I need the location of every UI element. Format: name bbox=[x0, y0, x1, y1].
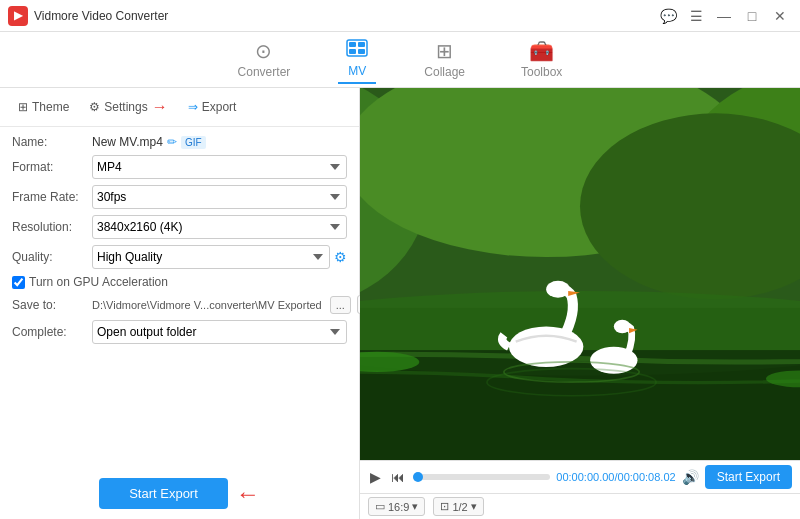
maximize-button[interactable]: □ bbox=[740, 4, 764, 28]
volume-icon[interactable]: 🔊 bbox=[682, 469, 699, 485]
start-export-button-left[interactable]: Start Export bbox=[99, 478, 228, 509]
format-value: MP4MOVAVIMKV bbox=[92, 155, 347, 179]
title-bar-left: ▶ Vidmore Video Converter bbox=[8, 6, 168, 26]
save-path: D:\Vidmore\Vidmore V...converter\MV Expo… bbox=[92, 299, 322, 311]
svg-point-13 bbox=[509, 326, 583, 367]
theme-icon: ⊞ bbox=[18, 100, 28, 114]
aspect-caret-icon: ▾ bbox=[412, 500, 418, 513]
time-display: 00:00:00.00/00:00:08.02 bbox=[556, 471, 675, 483]
sub-toolbar: ⊞ Theme ⚙ Settings → ⇒ Export bbox=[0, 88, 359, 127]
left-panel: ⊞ Theme ⚙ Settings → ⇒ Export Name: New … bbox=[0, 88, 360, 519]
play-button[interactable]: ▶ bbox=[368, 467, 383, 487]
play-icon: ▶ bbox=[370, 469, 381, 485]
theme-button[interactable]: ⊞ Theme bbox=[10, 96, 77, 118]
progress-dot bbox=[413, 472, 423, 482]
format-select[interactable]: MP4MOVAVIMKV bbox=[92, 155, 347, 179]
gpu-row: Turn on GPU Acceleration bbox=[12, 275, 347, 289]
right-panel: ▶ ⏮ 00:00:00.00/00:00:08.02 🔊 Start Expo… bbox=[360, 88, 800, 519]
browse-path-button[interactable]: ... bbox=[330, 296, 351, 314]
nav-tabs: ⊙ Converter MV ⊞ Collage 🧰 Toolbox bbox=[0, 32, 800, 88]
name-edit-icon[interactable]: ✏ bbox=[167, 135, 177, 149]
settings-arrow-icon: → bbox=[152, 98, 168, 116]
framerate-select[interactable]: 24fps25fps30fps60fps bbox=[92, 185, 347, 209]
prev-button[interactable]: ⏮ bbox=[389, 467, 407, 487]
svg-point-14 bbox=[546, 281, 570, 298]
chat-button[interactable]: 💬 bbox=[656, 4, 680, 28]
aspect-ratio-button[interactable]: ▭ 16:9 ▾ bbox=[368, 497, 425, 516]
svg-rect-12 bbox=[360, 350, 800, 460]
export-arrow-icon: ← bbox=[236, 480, 260, 508]
settings-button[interactable]: ⚙ Settings → bbox=[81, 94, 175, 120]
quality-row: Quality: Low QualityStandard QualityHigh… bbox=[12, 245, 347, 269]
converter-icon: ⊙ bbox=[255, 39, 272, 63]
window-controls: 💬 ☰ — □ ✕ bbox=[656, 4, 792, 28]
gpu-label: Turn on GPU Acceleration bbox=[29, 275, 168, 289]
tab-toolbox[interactable]: 🧰 Toolbox bbox=[513, 35, 570, 85]
resolution-select[interactable]: 1920x1080 (HD)2560x1440 (2K)3840x2160 (4… bbox=[92, 215, 347, 239]
format-row: Format: MP4MOVAVIMKV bbox=[12, 155, 347, 179]
title-bar: ▶ Vidmore Video Converter 💬 ☰ — □ ✕ bbox=[0, 0, 800, 32]
mv-icon bbox=[346, 39, 368, 62]
svg-rect-3 bbox=[349, 49, 356, 54]
collage-icon: ⊞ bbox=[436, 39, 453, 63]
settings-form: Name: New MV.mp4 ✏ GIF Format: MP4MOVAVI… bbox=[0, 127, 359, 468]
tab-toolbox-label: Toolbox bbox=[521, 65, 562, 79]
svg-rect-2 bbox=[358, 42, 365, 47]
zoom-label: 1/2 bbox=[452, 501, 467, 513]
minimize-button[interactable]: — bbox=[712, 4, 736, 28]
tab-mv[interactable]: MV bbox=[338, 35, 376, 84]
zoom-icon: ⊡ bbox=[440, 500, 449, 513]
time-current: 00:00:00.00 bbox=[556, 471, 614, 483]
framerate-label: Frame Rate: bbox=[12, 190, 92, 204]
progress-bar[interactable] bbox=[413, 474, 550, 480]
start-export-button-right[interactable]: Start Export bbox=[705, 465, 792, 489]
framerate-row: Frame Rate: 24fps25fps30fps60fps bbox=[12, 185, 347, 209]
resolution-row: Resolution: 1920x1080 (HD)2560x1440 (2K)… bbox=[12, 215, 347, 239]
framerate-value: 24fps25fps30fps60fps bbox=[92, 185, 347, 209]
export-label: Export bbox=[202, 100, 237, 114]
complete-row: Complete: Open output folderDo nothingSh… bbox=[12, 320, 347, 344]
tab-collage-label: Collage bbox=[424, 65, 465, 79]
complete-label: Complete: bbox=[12, 325, 92, 339]
tab-collage[interactable]: ⊞ Collage bbox=[416, 35, 473, 85]
resolution-value: 1920x1080 (HD)2560x1440 (2K)3840x2160 (4… bbox=[92, 215, 347, 239]
resolution-label: Resolution: bbox=[12, 220, 92, 234]
svg-point-16 bbox=[614, 320, 631, 334]
app-title: Vidmore Video Converter bbox=[34, 9, 168, 23]
aspect-icon: ▭ bbox=[375, 500, 385, 513]
prev-icon: ⏮ bbox=[391, 469, 405, 485]
export-btn-wrap: Start Export ← bbox=[0, 468, 359, 519]
name-value: New MV.mp4 ✏ GIF bbox=[92, 135, 347, 149]
save-row: Save to: D:\Vidmore\Vidmore V...converte… bbox=[12, 295, 347, 314]
complete-select[interactable]: Open output folderDo nothingShut down bbox=[92, 320, 347, 344]
export-nav-button[interactable]: ⇒ Export bbox=[180, 96, 245, 118]
tab-converter[interactable]: ⊙ Converter bbox=[230, 35, 299, 85]
gpu-checkbox[interactable] bbox=[12, 276, 25, 289]
menu-button[interactable]: ☰ bbox=[684, 4, 708, 28]
name-row: Name: New MV.mp4 ✏ GIF bbox=[12, 135, 347, 149]
export-icon: ⇒ bbox=[188, 100, 198, 114]
time-total: 00:00:08.02 bbox=[618, 471, 676, 483]
settings-gear-icon: ⚙ bbox=[89, 100, 100, 114]
name-tag: GIF bbox=[181, 136, 206, 149]
zoom-button[interactable]: ⊡ 1/2 ▾ bbox=[433, 497, 483, 516]
quality-select[interactable]: Low QualityStandard QualityHigh QualityL… bbox=[92, 245, 330, 269]
quality-value: Low QualityStandard QualityHigh QualityL… bbox=[92, 245, 347, 269]
svg-rect-4 bbox=[358, 49, 365, 54]
aspect-label: 16:9 bbox=[388, 501, 409, 513]
main-area: ⊞ Theme ⚙ Settings → ⇒ Export Name: New … bbox=[0, 88, 800, 519]
zoom-caret-icon: ▾ bbox=[471, 500, 477, 513]
close-button[interactable]: ✕ bbox=[768, 4, 792, 28]
save-value: D:\Vidmore\Vidmore V...converter\MV Expo… bbox=[92, 295, 383, 314]
save-label: Save to: bbox=[12, 298, 92, 312]
svg-rect-1 bbox=[349, 42, 356, 47]
quality-settings-icon[interactable]: ⚙ bbox=[334, 249, 347, 265]
video-preview bbox=[360, 88, 800, 460]
video-tools-bar: ▭ 16:9 ▾ ⊡ 1/2 ▾ bbox=[360, 493, 800, 519]
complete-value: Open output folderDo nothingShut down bbox=[92, 320, 347, 344]
app-logo: ▶ bbox=[8, 6, 28, 26]
video-background bbox=[360, 88, 800, 460]
quality-label: Quality: bbox=[12, 250, 92, 264]
name-label: Name: bbox=[12, 135, 92, 149]
name-text: New MV.mp4 bbox=[92, 135, 163, 149]
